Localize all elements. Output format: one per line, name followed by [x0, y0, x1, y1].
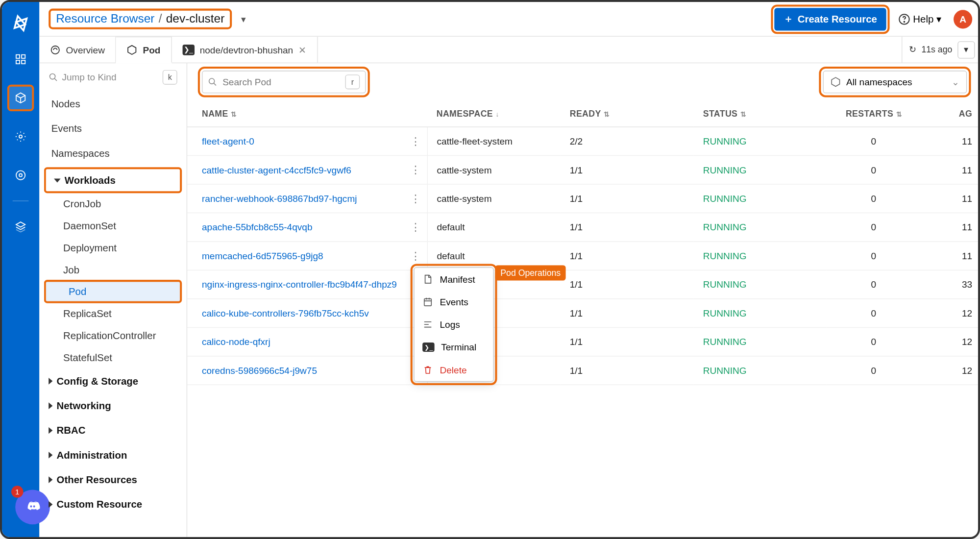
sidebar-group-administration[interactable]: Administration: [39, 442, 187, 467]
tab-close-icon[interactable]: ✕: [298, 44, 306, 55]
caret-right-icon: [49, 501, 52, 508]
chevron-down-icon: ▾: [936, 13, 942, 24]
tab-strip: Overview Pod ❯_ node/devtron-bhushan ✕ ↻…: [39, 37, 980, 63]
sidebar-group-workloads[interactable]: Workloads: [45, 168, 181, 193]
nav-separator: [13, 200, 29, 201]
table-row[interactable]: rancher-webhook-698867bd97-hgcmj⋮cattle-…: [187, 184, 980, 213]
table-row[interactable]: calico-node-qfxrj⋮1/1RUNNING012: [187, 327, 980, 356]
table-row[interactable]: cattle-cluster-agent-c4ccf5fc9-vgwf6⋮cat…: [187, 155, 980, 184]
menu-events[interactable]: Events: [415, 291, 493, 313]
sidebar-group-rbac-label: RBAC: [57, 424, 86, 436]
caret-right-icon: [49, 476, 52, 483]
col-ready[interactable]: READY⇅: [561, 100, 694, 127]
sidebar-item-cronjob[interactable]: CronJob: [39, 193, 187, 215]
svg-rect-3: [22, 60, 25, 64]
cell-name[interactable]: memcached-6d575965-g9jg8⋮: [187, 242, 427, 270]
tab-node-label: node/devtron-bhushan: [200, 44, 294, 55]
table-row[interactable]: calico-kube-controllers-796fb75cc-kch5v⋮…: [187, 299, 980, 327]
refresh-status[interactable]: ↻ 11s ago ▾: [902, 37, 980, 63]
col-status[interactable]: STATUS⇅: [694, 100, 827, 127]
caret-down-icon: [54, 178, 61, 182]
cell-ready: 1/1: [561, 299, 694, 327]
cell-name[interactable]: cattle-cluster-agent-c4ccf5fc9-vgwf6⋮: [187, 155, 427, 184]
sidebar-group-config-label: Config & Storage: [57, 375, 139, 387]
nav-stack-icon[interactable]: [7, 213, 34, 240]
cell-age: 11: [920, 155, 980, 184]
sidebar-group-other-label: Other Resources: [57, 474, 137, 485]
sidebar-item-daemonset[interactable]: DaemonSet: [39, 215, 187, 237]
table-row[interactable]: apache-55bfcb8c55-4qvqb⋮default1/1RUNNIN…: [187, 213, 980, 241]
cell-name[interactable]: calico-node-qfxrj⋮: [187, 327, 427, 356]
table-row[interactable]: nginx-ingress-nginx-controller-fbc9b4f47…: [187, 270, 980, 298]
plus-icon: ＋: [784, 13, 793, 25]
sidebar-group-other[interactable]: Other Resources: [39, 467, 187, 491]
sidebar-item-statefulset[interactable]: StatefulSet: [39, 346, 187, 368]
table-row[interactable]: fleet-agent-0⋮cattle-fleet-system2/2RUNN…: [187, 127, 980, 155]
cell-name[interactable]: calico-kube-controllers-796fb75cc-kch5v⋮: [187, 299, 427, 327]
breadcrumb-root[interactable]: Resource Browser: [56, 12, 154, 26]
cell-name[interactable]: coredns-5986966c54-j9w75⋮: [187, 356, 427, 385]
row-menu-icon[interactable]: ⋮: [410, 164, 420, 176]
menu-delete[interactable]: Delete: [415, 359, 493, 381]
cell-ready: 1/1: [561, 184, 694, 213]
menu-terminal[interactable]: ❯_ Terminal: [415, 336, 493, 358]
col-age[interactable]: AG: [920, 100, 980, 127]
sidebar-item-replicaset[interactable]: ReplicaSet: [39, 302, 187, 324]
user-avatar[interactable]: A: [954, 10, 972, 28]
logs-icon: [422, 319, 433, 330]
sidebar-item-events[interactable]: Events: [39, 116, 187, 141]
cell-age: 12: [920, 299, 980, 327]
sidebar-item-replicationcontroller[interactable]: ReplicationController: [39, 324, 187, 346]
sidebar-group-config[interactable]: Config & Storage: [39, 368, 187, 393]
tab-overview[interactable]: Overview: [39, 37, 116, 63]
breadcrumb[interactable]: Resource Browser / dev-cluster: [49, 9, 232, 29]
cell-age: 11: [920, 184, 980, 213]
nav-settings-icon[interactable]: [7, 123, 34, 150]
sort-down-icon: ↓: [496, 111, 499, 118]
cell-name[interactable]: apache-55bfcb8c55-4qvqb⋮: [187, 213, 427, 241]
svg-point-9: [51, 46, 59, 53]
cell-name[interactable]: nginx-ingress-nginx-controller-fbc9b4f47…: [187, 270, 427, 298]
tab-node-terminal[interactable]: ❯_ node/devtron-bhushan ✕: [172, 37, 318, 63]
row-menu-icon[interactable]: ⋮: [410, 135, 420, 147]
cell-name[interactable]: rancher-webhook-698867bd97-hgcmj⋮: [187, 184, 427, 213]
sidebar-item-nodes[interactable]: Nodes: [39, 91, 187, 116]
sidebar-item-pod[interactable]: Pod: [45, 280, 181, 302]
sidebar-group-rbac[interactable]: RBAC: [39, 418, 187, 442]
sidebar-item-job[interactable]: Job: [39, 259, 187, 281]
help-menu[interactable]: Help ▾: [898, 13, 941, 24]
search-pod-input[interactable]: r: [202, 71, 366, 93]
caret-right-icon: [49, 451, 52, 458]
row-menu-icon[interactable]: ⋮: [410, 249, 420, 262]
sidebar-group-networking[interactable]: Networking: [39, 393, 187, 417]
namespace-select[interactable]: All namespaces ⌄: [823, 71, 967, 93]
table-row[interactable]: memcached-6d575965-g9jg8⋮default1/1RUNNI…: [187, 242, 980, 270]
sort-icon: ⇅: [896, 111, 902, 118]
table-row[interactable]: coredns-5986966c54-j9w75⋮1/1RUNNING012: [187, 356, 980, 385]
refresh-interval-dropdown[interactable]: ▾: [957, 41, 975, 58]
cell-restarts: 0: [827, 184, 920, 213]
sidebar-group-workloads-label: Workloads: [65, 174, 116, 186]
sidebar-item-namespaces[interactable]: Namespaces: [39, 141, 187, 165]
refresh-label: 11s ago: [921, 45, 952, 54]
row-menu-icon[interactable]: ⋮: [410, 221, 420, 234]
nav-config-icon[interactable]: [7, 162, 34, 188]
col-namespace[interactable]: NAMESPACE↓: [427, 100, 561, 127]
nav-apps-icon[interactable]: [7, 46, 34, 73]
tab-pod[interactable]: Pod: [116, 37, 172, 63]
col-restarts[interactable]: RESTARTS⇅: [827, 100, 920, 127]
menu-logs[interactable]: Logs: [415, 313, 493, 336]
jump-to-kind-input[interactable]: Jump to Kind: [49, 72, 157, 83]
svg-point-4: [19, 135, 22, 138]
sidebar-item-deployment[interactable]: Deployment: [39, 237, 187, 259]
sidebar-group-custom[interactable]: Custom Resource: [39, 492, 187, 516]
col-name[interactable]: NAME⇅: [187, 100, 427, 127]
nav-resource-browser-icon[interactable]: [7, 85, 34, 111]
cell-restarts: 0: [827, 155, 920, 184]
search-pod-field[interactable]: [222, 76, 340, 87]
menu-manifest[interactable]: Manifest: [415, 268, 493, 291]
create-resource-button[interactable]: ＋ Create Resource: [774, 8, 886, 30]
row-menu-icon[interactable]: ⋮: [410, 192, 420, 205]
cell-name[interactable]: fleet-agent-0⋮: [187, 127, 427, 155]
cluster-chevron-icon[interactable]: ▾: [241, 14, 246, 24]
